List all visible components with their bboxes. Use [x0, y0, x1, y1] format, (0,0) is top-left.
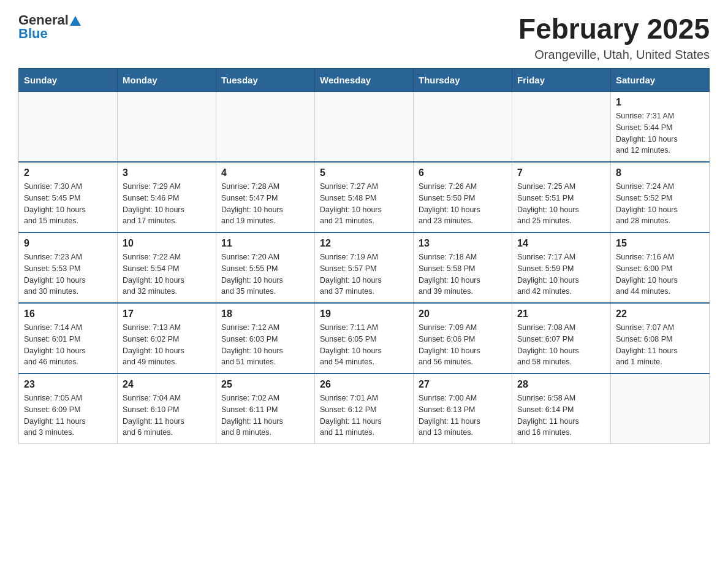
calendar-day-cell: 20Sunrise: 7:09 AM Sunset: 6:06 PM Dayli… [414, 303, 512, 373]
calendar-day-cell [19, 92, 118, 163]
calendar-day-cell: 8Sunrise: 7:24 AM Sunset: 5:52 PM Daylig… [611, 162, 710, 232]
day-number: 22 [616, 308, 704, 320]
day-info: Sunrise: 7:01 AM Sunset: 6:12 PM Dayligh… [320, 393, 408, 439]
calendar-day-cell [512, 92, 611, 163]
calendar-day-cell: 17Sunrise: 7:13 AM Sunset: 6:02 PM Dayli… [118, 303, 216, 373]
day-info: Sunrise: 7:20 AM Sunset: 5:55 PM Dayligh… [221, 251, 309, 297]
calendar-day-cell: 13Sunrise: 7:18 AM Sunset: 5:58 PM Dayli… [414, 232, 512, 303]
day-info: Sunrise: 7:31 AM Sunset: 5:44 PM Dayligh… [616, 110, 704, 156]
calendar-day-cell: 12Sunrise: 7:19 AM Sunset: 5:57 PM Dayli… [315, 232, 414, 303]
day-number: 6 [419, 167, 507, 178]
day-number: 19 [320, 308, 408, 320]
day-info: Sunrise: 6:58 AM Sunset: 6:14 PM Dayligh… [517, 393, 605, 439]
day-info: Sunrise: 7:30 AM Sunset: 5:45 PM Dayligh… [24, 181, 112, 227]
calendar-week-row: 1Sunrise: 7:31 AM Sunset: 5:44 PM Daylig… [19, 92, 710, 163]
calendar-header-row: Sunday Monday Tuesday Wednesday Thursday… [19, 69, 710, 92]
day-info: Sunrise: 7:13 AM Sunset: 6:02 PM Dayligh… [123, 322, 211, 368]
col-saturday: Saturday [611, 69, 710, 92]
day-info: Sunrise: 7:00 AM Sunset: 6:13 PM Dayligh… [419, 393, 507, 439]
day-info: Sunrise: 7:18 AM Sunset: 5:58 PM Dayligh… [419, 251, 507, 297]
calendar-day-cell: 18Sunrise: 7:12 AM Sunset: 6:03 PM Dayli… [216, 303, 315, 373]
calendar-day-cell: 28Sunrise: 6:58 AM Sunset: 6:14 PM Dayli… [512, 373, 611, 444]
calendar-day-cell: 14Sunrise: 7:17 AM Sunset: 5:59 PM Dayli… [512, 232, 611, 303]
day-number: 20 [419, 308, 507, 320]
day-info: Sunrise: 7:07 AM Sunset: 6:08 PM Dayligh… [616, 322, 704, 368]
day-info: Sunrise: 7:25 AM Sunset: 5:51 PM Dayligh… [517, 181, 605, 227]
day-info: Sunrise: 7:09 AM Sunset: 6:06 PM Dayligh… [419, 322, 507, 368]
day-number: 28 [517, 379, 605, 390]
day-info: Sunrise: 7:17 AM Sunset: 5:59 PM Dayligh… [517, 251, 605, 297]
calendar-week-row: 2Sunrise: 7:30 AM Sunset: 5:45 PM Daylig… [19, 162, 710, 232]
day-number: 16 [24, 308, 112, 320]
col-monday: Monday [118, 69, 216, 92]
calendar-day-cell: 6Sunrise: 7:26 AM Sunset: 5:50 PM Daylig… [414, 162, 512, 232]
col-wednesday: Wednesday [315, 69, 414, 92]
calendar-day-cell: 3Sunrise: 7:29 AM Sunset: 5:46 PM Daylig… [118, 162, 216, 232]
day-number: 17 [123, 308, 211, 320]
calendar-day-cell [414, 92, 512, 163]
calendar-day-cell: 15Sunrise: 7:16 AM Sunset: 6:00 PM Dayli… [611, 232, 710, 303]
title-area: February 2025 Orangeville, Utah, United … [518, 12, 710, 62]
day-number: 5 [320, 167, 408, 178]
day-number: 26 [320, 379, 408, 390]
calendar-day-cell: 1Sunrise: 7:31 AM Sunset: 5:44 PM Daylig… [611, 92, 710, 163]
page-subtitle: Orangeville, Utah, United States [518, 48, 710, 62]
col-friday: Friday [512, 69, 611, 92]
day-number: 15 [616, 238, 704, 249]
day-number: 23 [24, 379, 112, 390]
day-number: 24 [123, 379, 211, 390]
day-number: 7 [517, 167, 605, 178]
day-info: Sunrise: 7:04 AM Sunset: 6:10 PM Dayligh… [123, 393, 211, 439]
day-info: Sunrise: 7:08 AM Sunset: 6:07 PM Dayligh… [517, 322, 605, 368]
day-info: Sunrise: 7:29 AM Sunset: 5:46 PM Dayligh… [123, 181, 211, 227]
day-info: Sunrise: 7:05 AM Sunset: 6:09 PM Dayligh… [24, 393, 112, 439]
page-header: General Blue February 2025 Orangeville, … [18, 12, 710, 62]
logo: General Blue [18, 12, 81, 42]
day-number: 4 [221, 167, 309, 178]
day-number: 18 [221, 308, 309, 320]
day-number: 1 [616, 97, 704, 108]
calendar-day-cell: 22Sunrise: 7:07 AM Sunset: 6:08 PM Dayli… [611, 303, 710, 373]
calendar-week-row: 9Sunrise: 7:23 AM Sunset: 5:53 PM Daylig… [19, 232, 710, 303]
day-info: Sunrise: 7:19 AM Sunset: 5:57 PM Dayligh… [320, 251, 408, 297]
calendar-day-cell: 16Sunrise: 7:14 AM Sunset: 6:01 PM Dayli… [19, 303, 118, 373]
day-info: Sunrise: 7:14 AM Sunset: 6:01 PM Dayligh… [24, 322, 112, 368]
day-number: 10 [123, 238, 211, 249]
day-info: Sunrise: 7:12 AM Sunset: 6:03 PM Dayligh… [221, 322, 309, 368]
calendar-day-cell [216, 92, 315, 163]
day-number: 9 [24, 238, 112, 249]
calendar-day-cell: 23Sunrise: 7:05 AM Sunset: 6:09 PM Dayli… [19, 373, 118, 444]
calendar-table: Sunday Monday Tuesday Wednesday Thursday… [18, 68, 710, 444]
day-info: Sunrise: 7:26 AM Sunset: 5:50 PM Dayligh… [419, 181, 507, 227]
day-number: 13 [419, 238, 507, 249]
calendar-day-cell: 26Sunrise: 7:01 AM Sunset: 6:12 PM Dayli… [315, 373, 414, 444]
logo-triangle-icon [70, 15, 81, 26]
day-info: Sunrise: 7:02 AM Sunset: 6:11 PM Dayligh… [221, 393, 309, 439]
calendar-day-cell [315, 92, 414, 163]
calendar-day-cell [611, 373, 710, 444]
day-info: Sunrise: 7:28 AM Sunset: 5:47 PM Dayligh… [221, 181, 309, 227]
col-tuesday: Tuesday [216, 69, 315, 92]
calendar-day-cell: 9Sunrise: 7:23 AM Sunset: 5:53 PM Daylig… [19, 232, 118, 303]
calendar-day-cell: 27Sunrise: 7:00 AM Sunset: 6:13 PM Dayli… [414, 373, 512, 444]
calendar-week-row: 16Sunrise: 7:14 AM Sunset: 6:01 PM Dayli… [19, 303, 710, 373]
day-number: 8 [616, 167, 704, 178]
col-thursday: Thursday [414, 69, 512, 92]
calendar-day-cell: 19Sunrise: 7:11 AM Sunset: 6:05 PM Dayli… [315, 303, 414, 373]
day-number: 21 [517, 308, 605, 320]
day-info: Sunrise: 7:22 AM Sunset: 5:54 PM Dayligh… [123, 251, 211, 297]
day-info: Sunrise: 7:23 AM Sunset: 5:53 PM Dayligh… [24, 251, 112, 297]
calendar-day-cell: 24Sunrise: 7:04 AM Sunset: 6:10 PM Dayli… [118, 373, 216, 444]
day-info: Sunrise: 7:16 AM Sunset: 6:00 PM Dayligh… [616, 251, 704, 297]
calendar-day-cell: 10Sunrise: 7:22 AM Sunset: 5:54 PM Dayli… [118, 232, 216, 303]
day-number: 2 [24, 167, 112, 178]
day-number: 11 [221, 238, 309, 249]
day-info: Sunrise: 7:27 AM Sunset: 5:48 PM Dayligh… [320, 181, 408, 227]
calendar-day-cell: 25Sunrise: 7:02 AM Sunset: 6:11 PM Dayli… [216, 373, 315, 444]
calendar-day-cell: 5Sunrise: 7:27 AM Sunset: 5:48 PM Daylig… [315, 162, 414, 232]
calendar-day-cell: 11Sunrise: 7:20 AM Sunset: 5:55 PM Dayli… [216, 232, 315, 303]
logo-blue-text: Blue [18, 26, 48, 42]
col-sunday: Sunday [19, 69, 118, 92]
day-number: 3 [123, 167, 211, 178]
day-info: Sunrise: 7:11 AM Sunset: 6:05 PM Dayligh… [320, 322, 408, 368]
